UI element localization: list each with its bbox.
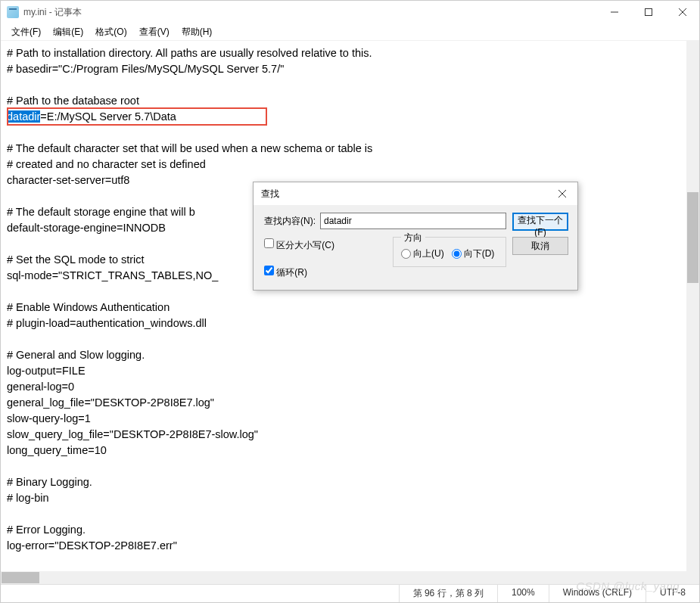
dialog-close-button[interactable] xyxy=(547,183,577,204)
scroll-corner xyxy=(686,571,699,584)
dialog-titlebar[interactable]: 查找 xyxy=(254,182,577,205)
cancel-button[interactable]: 取消 xyxy=(512,237,568,255)
menu-format[interactable]: 格式(O) xyxy=(89,24,132,40)
horizontal-scroll-thumb[interactable] xyxy=(2,572,39,583)
menu-help[interactable]: 帮助(H) xyxy=(176,24,219,40)
menu-view[interactable]: 查看(V) xyxy=(133,24,176,40)
menu-file[interactable]: 文件(F) xyxy=(5,24,47,40)
status-eol: Windows (CRLF) xyxy=(549,585,646,602)
minimize-button[interactable] xyxy=(597,2,631,23)
wrap-around-checkbox[interactable]: 循环(R) xyxy=(264,266,307,279)
status-zoom: 100% xyxy=(497,585,549,602)
match-case-checkbox[interactable]: 区分大小写(C) xyxy=(264,238,334,252)
close-button[interactable] xyxy=(665,2,699,23)
text-editor[interactable]: # Path to installation directory. All pa… xyxy=(1,41,699,584)
horizontal-scrollbar[interactable] xyxy=(1,571,686,584)
notepad-icon xyxy=(7,6,19,18)
find-next-button[interactable]: 查找下一个(F) xyxy=(512,213,568,231)
menubar: 文件(F) 编辑(E) 格式(O) 查看(V) 帮助(H) xyxy=(1,23,699,40)
selected-text: datadir xyxy=(7,110,40,123)
direction-label: 方向 xyxy=(401,232,425,244)
status-position: 第 96 行，第 8 列 xyxy=(399,585,497,602)
find-what-label: 查找内容(N): xyxy=(264,215,316,228)
find-dialog[interactable]: 查找 查找内容(N): 方向 向上(U) 向下(D) 区分大小写(C) 循环(R… xyxy=(253,182,578,291)
maximize-button[interactable] xyxy=(631,2,665,23)
direction-down[interactable]: 向下(D) xyxy=(452,247,495,260)
status-encoding: UTF-8 xyxy=(646,585,699,602)
vertical-scrollbar[interactable] xyxy=(686,41,699,571)
dialog-title: 查找 xyxy=(261,188,547,200)
svg-rect-1 xyxy=(645,9,652,16)
statusbar: 第 96 行，第 8 列 100% Windows (CRLF) UTF-8 xyxy=(1,584,699,602)
titlebar[interactable]: my.ini - 记事本 xyxy=(1,1,699,23)
menu-edit[interactable]: 编辑(E) xyxy=(47,24,89,40)
content-area: # Path to installation directory. All pa… xyxy=(1,40,699,584)
notepad-window: my.ini - 记事本 文件(F) 编辑(E) 格式(O) 查看(V) 帮助(… xyxy=(0,0,700,603)
direction-up[interactable]: 向上(U) xyxy=(401,247,444,260)
find-what-input[interactable] xyxy=(320,213,506,229)
vertical-scroll-thumb[interactable] xyxy=(687,192,698,283)
window-title: my.ini - 记事本 xyxy=(23,6,597,19)
